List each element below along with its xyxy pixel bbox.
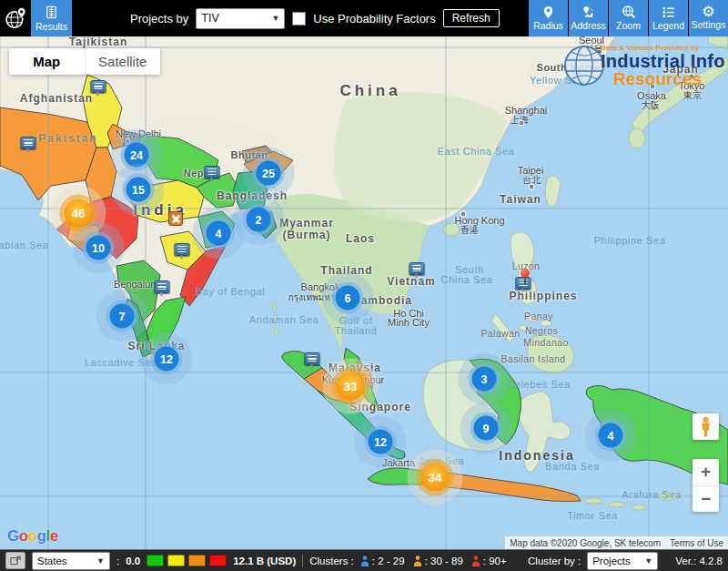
city-dot — [460, 211, 467, 218]
map-label: Banda Sea — [545, 461, 600, 472]
cluster-range-label: : 30 - 89 — [425, 556, 463, 566]
projects-by-value: TIV — [201, 12, 218, 25]
map-label: Gulf of — [339, 315, 373, 326]
probability-label: Use Probability Factors — [313, 12, 435, 25]
globe-pin-icon-svg — [4, 6, 28, 31]
billboard-marker[interactable] — [91, 80, 106, 93]
billboard-marker[interactable] — [410, 262, 425, 275]
topbar-center: Projects by TIV ▼ Use Probability Factor… — [130, 8, 500, 29]
map-label: Bhutan — [231, 149, 268, 160]
map-label: Bangladesh — [217, 189, 288, 202]
billboard-marker[interactable] — [175, 243, 190, 256]
map-label: Singapore — [349, 401, 411, 413]
map-data-text: Map data ©2020 Google, SK telecom — [505, 536, 665, 549]
scale-max-value: 12.1 B (USD) — [233, 556, 296, 566]
cluster-marker[interactable]: 25 — [257, 161, 281, 186]
map-label: Shanghai — [505, 105, 548, 116]
zoom-button[interactable]: Zoom — [609, 0, 648, 36]
cluster-marker[interactable]: 9 — [474, 416, 499, 441]
expand-legend-button[interactable] — [5, 552, 25, 569]
person-icon — [360, 556, 369, 566]
cluster-marker[interactable]: 4 — [207, 221, 231, 246]
cluster-marker[interactable]: 15 — [126, 178, 151, 202]
globe-zoom-icon — [622, 5, 636, 19]
cluster-marker[interactable]: 24 — [125, 143, 149, 168]
cluster-marker[interactable]: 46 — [65, 199, 93, 228]
projects-by-select[interactable]: TIV ▼ — [196, 8, 285, 29]
scale-colon: : — [116, 556, 119, 566]
marker-layer: TajikistanAfghanistanPakistanChinaNew De… — [0, 36, 728, 549]
app-window: Results Projects by TIV ▼ Use Probabilit… — [0, 0, 728, 571]
map-label: Taipei — [518, 165, 544, 176]
globe-pin-icon[interactable] — [0, 0, 31, 36]
settings-label: Settings — [692, 19, 726, 30]
zoom-in-button[interactable]: + — [693, 459, 719, 486]
cluster-marker[interactable]: 10 — [86, 236, 111, 260]
billboard-marker[interactable] — [305, 352, 320, 365]
layer-select[interactable]: States ▼ — [32, 552, 110, 570]
radius-label: Radius — [533, 20, 563, 31]
zoom-out-button[interactable]: − — [693, 486, 719, 513]
settings-button[interactable]: ⚙ Settings — [689, 0, 728, 36]
cluster-marker[interactable]: 34 — [421, 464, 450, 492]
cluster-legend-item: : 30 - 89 — [413, 556, 463, 566]
billboard-marker[interactable] — [205, 166, 220, 178]
address-button[interactable]: Address — [569, 0, 608, 36]
terms-of-use-link[interactable]: Terms of Use — [665, 536, 728, 549]
scale-swatches — [147, 555, 227, 566]
cluster-marker[interactable]: 4 — [599, 423, 623, 448]
map-label: Mindanao — [523, 337, 568, 348]
cluster-marker[interactable]: 7 — [110, 304, 135, 329]
map-label: Celebes Sea — [507, 379, 571, 390]
cluster-by-value: Projects — [592, 556, 631, 566]
cluster-marker[interactable]: 2 — [247, 208, 271, 232]
map-label: 大阪 — [642, 99, 660, 112]
tools-marker[interactable] — [168, 211, 183, 226]
pegman-control[interactable] — [693, 413, 719, 440]
legend-swatch — [167, 555, 185, 566]
satellite-view-button[interactable]: Satellite — [85, 48, 161, 75]
map-label: Laccadive Sea — [85, 357, 157, 368]
version-text: Ver.: 4.2.8 — [675, 556, 723, 566]
map-label: Thailand — [320, 264, 372, 277]
map-label: Panay — [524, 311, 553, 321]
map-label: (Burma) — [282, 229, 330, 241]
legend-swatch — [188, 555, 206, 566]
cluster-marker[interactable]: 12 — [369, 430, 393, 454]
map-label: Arafura Sea — [622, 489, 681, 500]
cluster-legend: : 2 - 29: 30 - 89: 90+ — [360, 556, 507, 566]
cluster-by-label: Cluster by : — [528, 556, 581, 566]
probability-checkbox[interactable] — [292, 12, 306, 25]
map-view-button[interactable]: Map — [9, 48, 85, 75]
clusters-label: Clusters : — [309, 556, 354, 566]
map-label: Basilan Island — [501, 353, 566, 364]
map-label: Philippine Sea — [594, 235, 666, 246]
billboard-marker[interactable] — [21, 137, 36, 149]
results-label: Results — [35, 21, 67, 32]
zoom-control: + − — [693, 459, 719, 512]
chevron-down-icon: ▼ — [271, 14, 279, 23]
refresh-button[interactable]: Refresh — [443, 9, 500, 27]
cluster-marker[interactable]: 3 — [472, 367, 497, 392]
map-label: Palawan — [480, 328, 520, 339]
billboard-marker[interactable] — [516, 277, 531, 290]
map-label: Tajikistan — [69, 36, 127, 48]
red-pin-marker[interactable] — [521, 269, 530, 278]
cluster-legend-item: : 90+ — [471, 556, 507, 566]
map-label: Ho Chi — [393, 308, 424, 319]
bottombar: States ▼ : 0.0 12.1 B (USD) Clusters : :… — [0, 549, 728, 571]
map-label: Thailand — [335, 325, 378, 336]
billboard-marker[interactable] — [155, 280, 170, 293]
cluster-marker[interactable]: 6 — [336, 286, 360, 311]
cluster-by-select[interactable]: Projects ▼ — [587, 552, 658, 570]
cluster-marker[interactable]: 33 — [337, 372, 365, 401]
map-label: 東京 — [683, 89, 702, 102]
map-canvas[interactable]: TajikistanAfghanistanPakistanChinaNew De… — [0, 36, 728, 549]
radius-button[interactable]: Radius — [529, 0, 568, 36]
results-button[interactable]: Results — [31, 0, 72, 36]
legend-label: Legend — [652, 20, 684, 31]
cluster-legend-item: : 2 - 29 — [360, 556, 405, 566]
legend-button[interactable]: Legend — [649, 0, 688, 36]
cluster-marker[interactable]: 12 — [155, 347, 179, 372]
map-label: China Sea — [441, 274, 493, 285]
